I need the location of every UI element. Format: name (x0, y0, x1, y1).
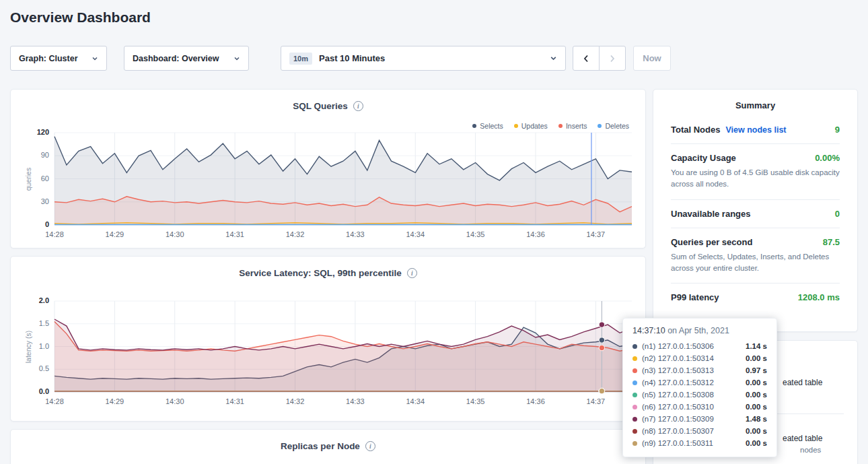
chart-hover-tooltip: 14:37:10 on Apr 5th, 2021 (n1) 127.0.0.1… (622, 318, 777, 457)
chevron-down-icon (92, 55, 98, 62)
x-tick-label: 14:36 (526, 397, 545, 405)
time-range-badge: 10m (289, 53, 312, 65)
capacity-usage-label: Capacity Usage (671, 153, 736, 163)
chart-header: Replicas per Nodei (11, 430, 645, 452)
page-title: Overview Dashboard (10, 9, 151, 26)
x-tick-label: 14:28 (45, 397, 64, 405)
time-range-label: Past 10 Minutes (319, 53, 385, 63)
tooltip-timestamp: 14:37:10 on Apr 5th, 2021 (632, 326, 767, 335)
service-latency-sql-99th-percentile-plot[interactable] (55, 301, 632, 392)
y-tick-label: 1.5 (20, 319, 49, 327)
tooltip-node-label: (n4) 127.0.0.1:50312 (642, 378, 714, 387)
x-tick-label: 14:33 (346, 230, 365, 238)
summary-queries-per-second: Queries per second 87.5 Sum of Selects, … (671, 228, 840, 284)
capacity-usage-value: 0.00% (815, 153, 840, 163)
sql-queries-chart-card: SQL Queriesi SelectsUpdatesInsertsDelete… (10, 89, 646, 248)
tooltip-row: (n7) 127.0.0.1:503091.48 s (632, 413, 767, 425)
graph-dropdown-label: Graph: Cluster (19, 54, 78, 63)
x-tick-label: 14:29 (106, 397, 124, 405)
summary-unavailable-ranges: Unavailable ranges 0 (671, 200, 840, 228)
time-range-selector[interactable]: 10m Past 10 Minutes (281, 46, 566, 71)
tooltip-node-label: (n8) 127.0.0.1:50307 (642, 427, 714, 435)
tooltip-node-value: 0.00 s (746, 378, 767, 387)
x-tick-label: 14:31 (225, 230, 244, 238)
tooltip-node-value: 0.00 s (746, 439, 767, 447)
summary-p99-latency: P99 latency 1208.0 ms (671, 284, 840, 311)
tooltip-row: (n3) 127.0.0.1:503130.97 s (632, 364, 767, 376)
hover-dot (599, 322, 604, 327)
tooltip-date: on Apr 5th, 2021 (665, 326, 729, 335)
summary-total-nodes: Total Nodes View nodes list 9 (671, 116, 840, 144)
tooltip-node-value: 1.14 s (746, 342, 767, 350)
summary-title: Summary (653, 90, 857, 116)
x-tick-label: 14:29 (106, 230, 124, 238)
info-icon[interactable]: i (365, 441, 375, 451)
tooltip-row: (n2) 127.0.0.1:503140.00 s (632, 352, 767, 364)
tooltip-node-dot (632, 441, 637, 446)
summary-capacity-usage: Capacity Usage 0.00% You are using 0 B o… (671, 144, 840, 200)
tooltip-row: (n6) 127.0.0.1:503100.00 s (632, 401, 767, 413)
x-tick-label: 14:32 (286, 230, 305, 238)
tooltip-node-dot (632, 405, 637, 409)
y-tick-label: 2.0 (20, 296, 49, 304)
tooltip-rows: (n1) 127.0.0.1:503061.14 s(n2) 127.0.0.1… (632, 340, 767, 449)
now-button[interactable]: Now (633, 46, 671, 71)
overview-dashboard-page: { "page": { "title": "Overview Dashboard… (0, 0, 868, 464)
tooltip-row: (n1) 127.0.0.1:503061.14 s (632, 340, 767, 352)
event-text-fragment: nodes (800, 446, 821, 454)
x-tick-label: 14:37 (587, 230, 606, 238)
tooltip-row: (n8) 127.0.0.1:503070.00 s (632, 425, 767, 437)
x-tick-label: 14:34 (406, 230, 425, 238)
tooltip-node-dot (632, 368, 637, 373)
x-tick-label: 14:36 (526, 230, 545, 238)
y-tick-label: 90 (20, 151, 49, 159)
tooltip-node-label: (n7) 127.0.0.1:50309 (642, 415, 714, 423)
x-tick-label: 14:34 (406, 397, 425, 405)
n7-area (55, 319, 632, 392)
y-tick-label: 0.5 (20, 364, 49, 372)
tooltip-node-value: 0.97 s (746, 366, 767, 374)
tooltip-node-dot (632, 380, 637, 385)
tooltip-row: (n5) 127.0.0.1:503080.00 s (632, 389, 767, 401)
total-nodes-value: 9 (835, 125, 840, 135)
unavailable-ranges-label: Unavailable ranges (671, 209, 751, 219)
sql-queries-plot[interactable] (55, 133, 632, 225)
y-axis-label: queries (24, 167, 32, 190)
tooltip-node-dot (632, 429, 637, 434)
event-text-fragment: eated table (783, 378, 822, 387)
dashboard-dropdown-label: Dashboard: Overview (133, 54, 219, 63)
tooltip-time: 14:37:10 (632, 326, 665, 335)
tooltip-node-value: 1.48 s (746, 415, 767, 423)
x-tick-label: 14:30 (166, 397, 184, 405)
chevron-down-icon (233, 55, 240, 62)
tooltip-node-label: (n1) 127.0.0.1:50306 (642, 342, 714, 350)
tooltip-node-label: (n2) 127.0.0.1:50314 (642, 354, 714, 362)
sql-queries-plot-area[interactable]: 030609012014:2814:2914:3014:3114:3214:33… (11, 90, 645, 248)
summary-panel: Summary Total Nodes View nodes list 9 Ca… (653, 89, 858, 332)
qps-description: Sum of Selects, Updates, Inserts, and De… (671, 251, 840, 275)
graph-dropdown[interactable]: Graph: Cluster (10, 46, 107, 71)
chevron-down-icon (550, 55, 557, 62)
y-tick-label: 0 (20, 220, 49, 228)
hover-dot (599, 345, 604, 350)
time-prev-button[interactable] (573, 46, 600, 71)
y-tick-label: 120 (20, 128, 49, 136)
x-tick-label: 14:37 (587, 397, 606, 405)
qps-value: 87.5 (823, 237, 840, 247)
view-nodes-list-link[interactable]: View nodes list (725, 125, 786, 135)
tooltip-node-label: (n3) 127.0.0.1:50313 (642, 366, 714, 374)
chevron-right-icon (608, 54, 616, 63)
y-tick-label: 0.0 (20, 387, 49, 395)
chart-title: Replicas per Node (281, 441, 360, 451)
hover-dot (599, 337, 604, 343)
event-text-fragment: eated table (783, 434, 822, 443)
tooltip-node-dot (632, 393, 637, 397)
tooltip-node-value: 0.00 s (746, 427, 767, 435)
service-latency-plot-area[interactable]: 0.00.51.01.52.014:2814:2914:3014:3114:32… (11, 257, 645, 421)
x-tick-label: 14:30 (166, 230, 184, 238)
dashboard-dropdown[interactable]: Dashboard: Overview (124, 46, 249, 71)
controls-bar: Graph: Cluster Dashboard: Overview 10m P… (10, 46, 858, 71)
y-tick-label: 30 (20, 197, 49, 205)
p99-latency-value: 1208.0 ms (798, 292, 840, 302)
time-next-button[interactable] (599, 46, 626, 71)
